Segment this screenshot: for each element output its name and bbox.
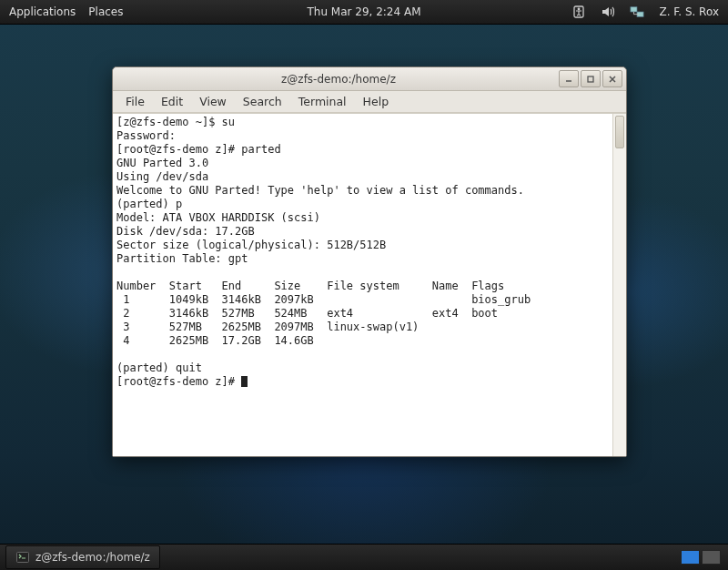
desktop: Applications Places Thu Mar 29, 2:24 AM …	[0, 0, 728, 570]
svg-point-1	[578, 8, 581, 11]
workspace-2[interactable]	[702, 550, 721, 565]
network-icon[interactable]	[630, 5, 644, 19]
clock[interactable]: Thu Mar 29, 2:24 AM	[307, 5, 420, 18]
term-line: (parted) p	[116, 198, 603, 210]
workspace-1[interactable]	[681, 550, 700, 565]
menu-view[interactable]: View	[192, 93, 234, 110]
maximize-button[interactable]	[581, 70, 601, 87]
top-panel: Applications Places Thu Mar 29, 2:24 AM …	[0, 0, 728, 25]
term-line: Partition Table: gpt	[116, 252, 248, 265]
places-menu[interactable]: Places	[88, 5, 123, 18]
term-line: [root@zfs-demo z]# parted	[116, 143, 281, 156]
svg-rect-5	[588, 76, 593, 82]
svg-rect-2	[631, 7, 637, 12]
volume-icon[interactable]	[601, 5, 615, 19]
term-line: Password:	[116, 129, 182, 142]
scrollbar[interactable]	[612, 114, 626, 456]
menubar: File Edit View Search Terminal Help	[113, 91, 626, 113]
term-line: Welcome to GNU Parted! Type 'help' to vi…	[116, 184, 524, 197]
term-line: 2 3146kB 527MB 524MB ext4 ext4 boot	[116, 307, 498, 320]
cursor	[241, 376, 248, 387]
menu-terminal[interactable]: Terminal	[291, 93, 354, 110]
window-title: z@zfs-demo:/home/z	[118, 73, 559, 86]
accessibility-icon[interactable]	[571, 5, 586, 19]
term-line: [z@zfs-demo ~]$ su	[116, 116, 235, 128]
menu-file[interactable]: File	[118, 93, 152, 110]
workspace-switcher[interactable]	[681, 550, 721, 565]
terminal-icon	[15, 550, 30, 565]
scroll-thumb[interactable]	[615, 116, 624, 148]
applications-menu[interactable]: Applications	[9, 5, 76, 18]
term-line: (parted) quit	[116, 361, 603, 374]
term-line: 1 1049kB 3146kB 2097kB bios_grub	[116, 293, 531, 306]
term-line: Sector size (logical/physical): 512B/512…	[116, 239, 386, 251]
bottom-panel: z@zfs-demo:/home/z	[0, 544, 728, 570]
user-menu[interactable]: Z. F. S. Rox	[659, 5, 719, 18]
svg-rect-6	[17, 553, 29, 563]
term-line: 3 527MB 2625MB 2097MB linux-swap(v1)	[116, 321, 419, 333]
term-line: Disk /dev/sda: 17.2GB	[116, 225, 255, 238]
menu-help[interactable]: Help	[356, 93, 397, 110]
term-line: [root@zfs-demo z]#	[116, 375, 241, 388]
terminal-window: z@zfs-demo:/home/z File Edit View Search…	[112, 66, 627, 457]
term-line: GNU Parted 3.0	[116, 157, 208, 169]
window-controls	[559, 70, 626, 87]
terminal-output[interactable]: [z@zfs-demo ~]$ su Password: [root@zfs-d…	[113, 114, 612, 456]
term-line: Number Start End Size File system Name F…	[116, 280, 504, 292]
minimize-button[interactable]	[559, 70, 579, 87]
close-button[interactable]	[602, 70, 622, 87]
menu-search[interactable]: Search	[236, 93, 289, 110]
titlebar[interactable]: z@zfs-demo:/home/z	[113, 67, 626, 91]
term-line: Model: ATA VBOX HARDDISK (scsi)	[116, 211, 320, 224]
taskbar-label: z@zfs-demo:/home/z	[35, 551, 150, 564]
term-line: Using /dev/sda	[116, 170, 208, 183]
term-line: 4 2625MB 17.2GB 14.6GB	[116, 334, 314, 347]
menu-edit[interactable]: Edit	[154, 93, 190, 110]
taskbar-entry[interactable]: z@zfs-demo:/home/z	[5, 545, 160, 569]
